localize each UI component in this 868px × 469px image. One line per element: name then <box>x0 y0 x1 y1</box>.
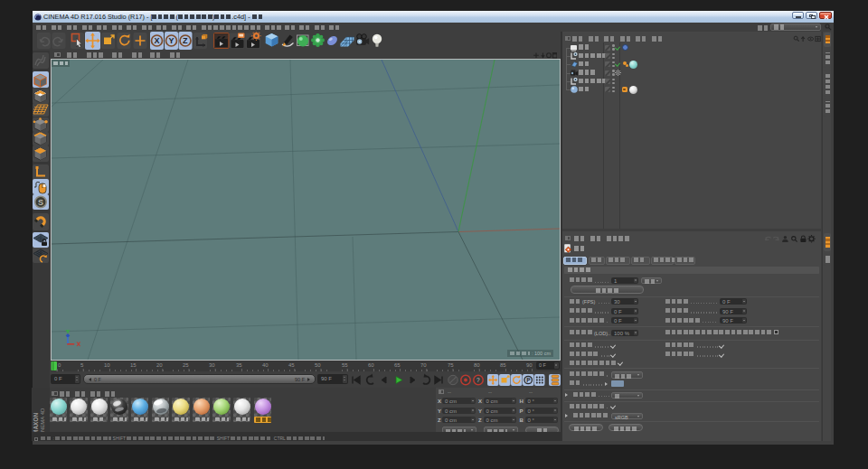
svg-text:85: 85 <box>500 362 506 368</box>
svg-text:65: 65 <box>394 362 401 368</box>
svg-text:S: S <box>38 198 43 207</box>
svg-text:5: 5 <box>80 362 84 368</box>
svg-text:P: P <box>526 377 531 383</box>
svg-text:35: 35 <box>236 362 242 368</box>
svg-text:Y: Y <box>169 36 175 45</box>
svg-text:?: ? <box>476 377 480 383</box>
svg-text:50: 50 <box>315 362 321 368</box>
svg-text:15: 15 <box>130 362 137 368</box>
svg-text:70: 70 <box>420 362 427 368</box>
svg-text:20: 20 <box>156 362 163 368</box>
svg-text:40: 40 <box>262 362 269 368</box>
svg-text:80: 80 <box>474 362 480 368</box>
svg-text:0: 0 <box>58 362 61 368</box>
svg-text:90: 90 <box>526 362 533 368</box>
svg-text:30: 30 <box>209 362 215 368</box>
svg-text:45: 45 <box>288 362 295 368</box>
svg-text:25: 25 <box>183 362 189 368</box>
svg-text:75: 75 <box>448 362 454 368</box>
svg-text:Z: Z <box>183 36 188 45</box>
svg-text:55: 55 <box>342 362 348 368</box>
svg-text:X: X <box>155 36 160 45</box>
svg-text:60: 60 <box>368 362 374 368</box>
svg-text:10: 10 <box>104 362 110 368</box>
